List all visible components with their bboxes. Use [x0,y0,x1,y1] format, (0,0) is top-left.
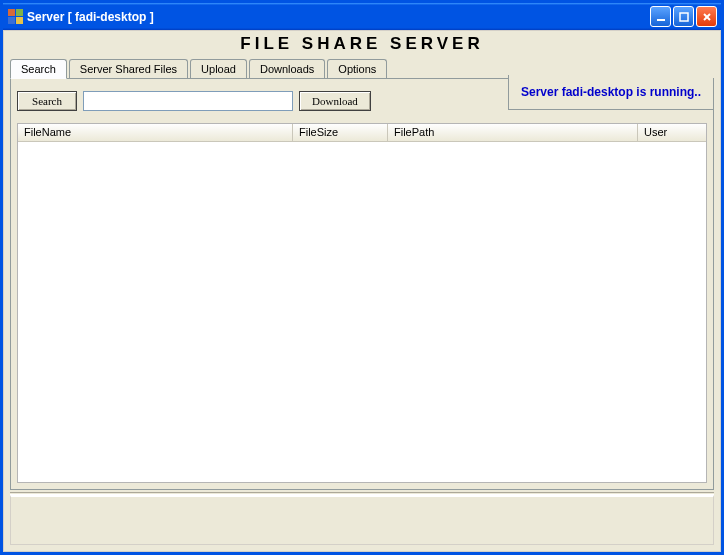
download-button[interactable]: Download [299,91,371,111]
app-window: Server [ fadi-desktop ] FILE SHARE SERVE… [0,0,724,555]
tab-server-shared-files[interactable]: Server Shared Files [69,59,188,78]
column-filename[interactable]: FileName [18,124,293,141]
maximize-icon [679,12,689,22]
column-filepath[interactable]: FilePath [388,124,638,141]
window-controls [650,6,717,27]
close-icon [702,12,712,22]
tab-upload[interactable]: Upload [190,59,247,78]
app-icon [7,9,23,25]
search-button[interactable]: Search [17,91,77,111]
tab-panel-search: Server fadi-desktop is running.. Search … [10,78,714,490]
listview-header: FileName FileSize FilePath User [18,124,706,142]
titlebar[interactable]: Server [ fadi-desktop ] [3,3,721,30]
maximize-button[interactable] [673,6,694,27]
window-title: Server [ fadi-desktop ] [27,10,650,24]
listview-body [18,142,706,482]
tab-options[interactable]: Options [327,59,387,78]
bottom-panel [10,495,714,545]
results-listview[interactable]: FileName FileSize FilePath User [17,123,707,483]
column-filesize[interactable]: FileSize [293,124,388,141]
status-panel: Server fadi-desktop is running.. [508,75,713,110]
minimize-button[interactable] [650,6,671,27]
column-user[interactable]: User [638,124,706,141]
close-button[interactable] [696,6,717,27]
client-area: FILE SHARE SERVER Search Server Shared F… [3,30,721,552]
app-title: FILE SHARE SERVER [4,31,720,56]
tab-search[interactable]: Search [10,59,67,79]
minimize-icon [656,12,666,22]
svg-rect-0 [657,19,665,21]
status-text: Server fadi-desktop is running.. [521,85,701,99]
search-input[interactable] [83,91,293,111]
svg-rect-1 [680,13,688,21]
tab-downloads[interactable]: Downloads [249,59,325,78]
